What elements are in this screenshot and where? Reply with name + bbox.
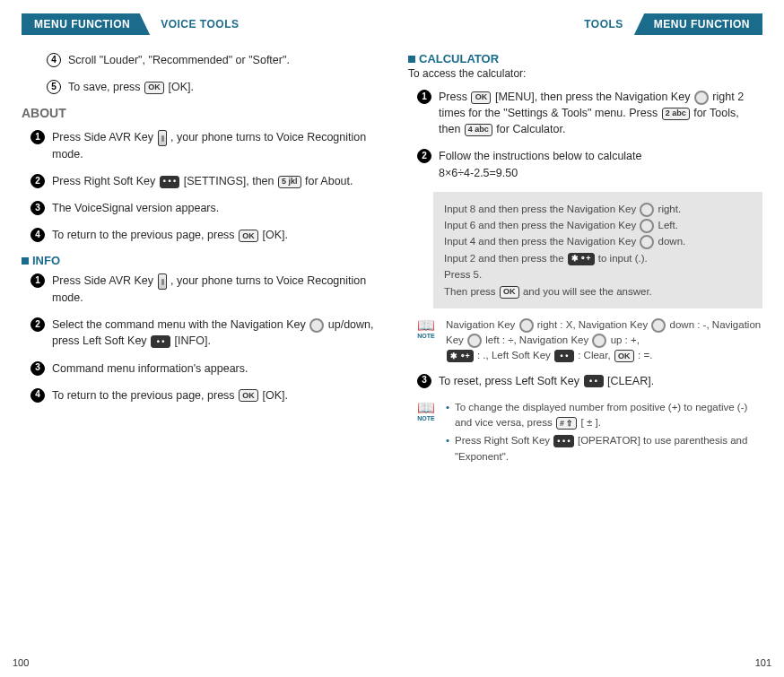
ok-key-icon: OK — [614, 350, 634, 362]
navigation-key-icon — [467, 334, 482, 348]
info-step-1: 1 Press Side AVR Key , your phone turns … — [30, 273, 376, 306]
ok-key-icon: OK — [239, 230, 258, 242]
section-tools: TOOLS — [584, 18, 623, 30]
text-fragment: up : +, — [611, 334, 640, 345]
text-fragment: Press — [439, 91, 467, 103]
book-icon: 📖 — [414, 319, 438, 332]
text-fragment: Select the command menu with the Navigat… — [52, 318, 306, 331]
note-label: NOTE — [414, 332, 439, 342]
step-number-2-icon: 2 — [417, 149, 431, 163]
text-fragment: Input 6 and then press the Navigation Ke… — [444, 220, 636, 230]
text-fragment: Left. — [658, 220, 678, 230]
step-text: To reset, press Left Soft Key • • [CLEAR… — [439, 373, 762, 389]
step-text: Press Right Soft Key • • • [SETTINGS], t… — [52, 173, 376, 189]
about-step-4: 4 To return to the previous page, press … — [30, 227, 376, 243]
about-step-1: 1 Press Side AVR Key , your phone turns … — [30, 129, 376, 162]
star-key-icon: ✱ ∘+ — [568, 253, 595, 265]
ok-key-icon: OK — [144, 82, 164, 94]
step-number-1-icon: 1 — [30, 273, 45, 288]
step-number-5-icon: 5 — [47, 80, 61, 94]
about-step-3: 3 The VoiceSignal version appears. — [30, 200, 376, 216]
step-number-4-icon: 4 — [30, 388, 45, 403]
ok-key-icon: OK — [239, 389, 258, 402]
calc-step-1: 1 Press OK [MENU], then press the Naviga… — [417, 89, 762, 137]
text-fragment: to input (.). — [598, 253, 648, 264]
text-fragment: for Calculator. — [496, 123, 565, 135]
note-body: To change the displayed number from posi… — [446, 400, 762, 467]
heading-info: INFO — [22, 254, 376, 267]
left-soft-key-icon: • • — [554, 350, 574, 362]
text-fragment: [CLEAR]. — [607, 375, 654, 387]
side-avr-key-icon — [158, 273, 167, 290]
text-fragment: [ ± ]. — [581, 417, 601, 428]
note-nav-operations: 📖 NOTE Navigation Key right : X, Navigat… — [414, 317, 762, 364]
heading-text: INFO — [32, 254, 60, 267]
text-fragment: right. — [658, 204, 682, 214]
example-line: Press 5. — [444, 266, 752, 282]
text-fragment: Press Right Soft Key — [455, 435, 550, 446]
navigation-key-icon — [519, 318, 534, 333]
navigation-key-icon — [640, 219, 654, 233]
step-5-save: 5 To save, press OK [OK]. — [47, 79, 376, 95]
text-fragment: : Clear, — [578, 350, 610, 360]
star-key-icon: ✱ ∘+ — [447, 350, 474, 362]
example-line: Then press OK and you will see the answe… — [444, 283, 752, 299]
step-number-2-icon: 2 — [30, 317, 45, 332]
page-number-left: 100 — [13, 657, 29, 668]
text-fragment: To save, press — [68, 81, 141, 93]
note-body: Navigation Key right : X, Navigation Key… — [446, 317, 762, 364]
step-number-3-icon: 3 — [30, 361, 45, 376]
text-fragment: Navigation Key — [446, 319, 515, 330]
note-label: NOTE — [414, 414, 439, 424]
step-text: To return to the previous page, press OK… — [52, 387, 376, 404]
heading-text: CALCULATOR — [419, 52, 499, 65]
text-fragment: Then press — [444, 286, 496, 297]
page-left: MENU FUNCTION VOICE TOOLS 4 Scroll "Loud… — [0, 0, 392, 677]
text-fragment: down. — [658, 236, 686, 247]
step-number-1-icon: 1 — [30, 130, 45, 144]
step-number-4-icon: 4 — [47, 53, 61, 67]
about-step-2: 2 Press Right Soft Key • • • [SETTINGS],… — [30, 173, 376, 189]
key-2-icon: 2 abc — [662, 108, 690, 120]
text-fragment: Press Side AVR Key — [52, 274, 153, 287]
text-fragment: To reset, press Left Soft Key — [439, 375, 579, 387]
text-fragment: [OK]. — [169, 81, 194, 93]
step-text: Press Side AVR Key , your phone turns to… — [52, 129, 376, 162]
example-line: Input 8 and then press the Navigation Ke… — [444, 201, 752, 217]
hash-key-icon: # ⇧ — [556, 417, 578, 430]
example-line: Input 6 and then press the Navigation Ke… — [444, 217, 752, 233]
example-line: Input 4 and then press the Navigation Ke… — [444, 233, 752, 249]
text-fragment: [OK]. — [263, 389, 288, 402]
heading-about: ABOUT — [22, 106, 376, 120]
step-text: To save, press OK [OK]. — [68, 79, 376, 95]
step-number-1-icon: 1 — [417, 90, 431, 104]
right-soft-key-icon: • • • — [553, 435, 573, 447]
tab-menu-function-right: MENU FUNCTION — [634, 13, 762, 35]
text-fragment: down : -, — [670, 319, 710, 330]
calculator-example-box: Input 8 and then press the Navigation Ke… — [433, 192, 762, 308]
text-fragment: Press Right Soft Key — [52, 175, 155, 187]
text-fragment: for About. — [305, 175, 353, 187]
page-right: TOOLS MENU FUNCTION CALCULATOR To access… — [392, 0, 784, 677]
left-soft-key-icon: • • — [151, 335, 170, 348]
text-fragment: To return to the previous page, press — [52, 389, 235, 402]
step-text: Follow the instructions below to calcula… — [439, 148, 762, 180]
info-step-3: 3 Command menu information's appears. — [30, 360, 376, 377]
text-fragment: 8×6÷4-2.5=9.50 — [439, 167, 518, 179]
text-fragment: To change the displayed number from posi… — [455, 402, 747, 428]
step-text: The VoiceSignal version appears. — [52, 200, 376, 216]
note-list-item: Press Right Soft Key • • • [OPERATOR] to… — [446, 433, 762, 464]
side-avr-key-icon — [158, 130, 167, 146]
text-fragment: left : ÷, Navigation Key — [485, 334, 588, 345]
tab-menu-function-left: MENU FUNCTION — [22, 13, 150, 35]
navigation-key-icon — [309, 318, 324, 333]
text-fragment: Press Side AVR Key — [52, 131, 153, 143]
step-number-3-icon: 3 — [30, 201, 45, 215]
text-fragment: [SETTINGS], then — [184, 175, 274, 187]
text-fragment: Follow the instructions below to calcula… — [439, 150, 642, 162]
navigation-key-icon — [640, 235, 654, 249]
text-fragment: Input 2 and then press the — [444, 253, 564, 264]
text-fragment: Input 4 and then press the Navigation Ke… — [444, 236, 636, 247]
info-step-4: 4 To return to the previous page, press … — [30, 387, 376, 404]
calc-step-3: 3 To reset, press Left Soft Key • • [CLE… — [417, 373, 762, 389]
